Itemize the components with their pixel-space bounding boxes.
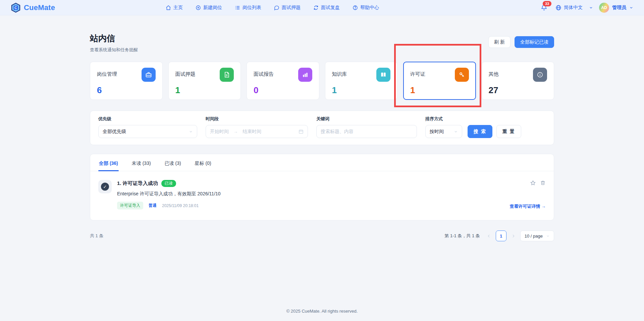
view-license-detail-link[interactable]: 查看许可证详情 → (509, 203, 546, 209)
main-nav: 主页 新建岗位 岗位列表 面试押题 面试复盘 帮助中心 (166, 5, 379, 11)
range-arrow-icon: → (233, 129, 238, 134)
tab-starred[interactable]: 星标 (0) (194, 154, 212, 171)
refresh-icon (313, 5, 319, 10)
stat-card-positions[interactable]: 岗位管理 6 (90, 62, 163, 100)
user-menu[interactable]: AD 管理员 (599, 3, 633, 13)
sort-label: 排序方式 (425, 116, 521, 122)
chevron-down-icon (189, 130, 193, 134)
page-number-button[interactable]: 1 (496, 231, 506, 241)
nav-item-interview-questions[interactable]: 面试押题 (274, 5, 301, 11)
tab-read[interactable]: 已读 (3) (164, 154, 182, 171)
chevron-down-icon (629, 6, 633, 10)
user-role-label: 管理员 (612, 5, 626, 11)
stat-count: 27 (489, 85, 547, 95)
priority-select[interactable]: 全部优先级 (98, 125, 197, 138)
avatar: AD (599, 3, 609, 13)
period-label: 时间段 (206, 116, 308, 122)
nav-item-new-position[interactable]: 新建岗位 (196, 5, 222, 11)
svg-text:C: C (14, 6, 17, 10)
bar-chart-icon (298, 68, 312, 82)
notification-count-badge: 33 (543, 1, 551, 6)
plus-circle-icon (196, 5, 201, 10)
message-list-card: 全部 (36) 未读 (33) 已读 (3) 星标 (0) ✓ 1. 许可证导入… (90, 154, 554, 220)
message-priority: 普通 (149, 203, 157, 208)
stat-count: 1 (175, 85, 234, 95)
question-circle-icon (353, 5, 358, 10)
calendar-icon (299, 129, 304, 134)
message-title: 1. 许可证导入成功 (117, 180, 158, 187)
page-size-select[interactable]: 10 / page (520, 231, 554, 241)
priority-label: 优先级 (98, 116, 197, 122)
copyright-text: © 2025 CueMate. All rights reserved. (286, 309, 358, 314)
page-subtitle: 查看系统通知和任务提醒 (90, 47, 138, 53)
book-icon (376, 68, 390, 82)
nav-item-home[interactable]: 主页 (166, 5, 183, 11)
tab-all[interactable]: 全部 (36) (98, 154, 119, 171)
chat-icon (274, 5, 279, 10)
main-content: 站内信 查看系统通知和任务提醒 刷 新 全部标记已读 岗位管理 6 面试押题 (90, 15, 554, 241)
nav-item-position-list[interactable]: 岗位列表 (235, 5, 261, 11)
end-date-input[interactable]: 结束时间 (243, 129, 261, 135)
reset-button[interactable]: 重 置 (496, 125, 521, 138)
pagination-row: 共 1 条 第 1-1 条，共 1 条 1 10 / page (90, 231, 554, 241)
message-tag: 许可证导入 (117, 202, 143, 209)
next-page-button[interactable] (511, 234, 516, 238)
stat-card-interview-questions[interactable]: 面试押题 1 (168, 62, 241, 100)
nav-item-help-center[interactable]: 帮助中心 (353, 5, 379, 11)
star-icon[interactable] (530, 180, 536, 186)
stat-count: 6 (97, 85, 156, 95)
keyword-input[interactable]: 搜索标题、内容 (316, 125, 417, 138)
chevron-down-icon (546, 234, 550, 238)
brand-logo[interactable]: C CueMate (11, 3, 55, 13)
sort-select[interactable]: 按时间 (425, 125, 462, 138)
briefcase-icon (142, 68, 156, 82)
trash-icon[interactable] (540, 180, 546, 186)
pagination-range-label: 第 1-1 条，共 1 条 (444, 233, 480, 239)
language-label: 简体中文 (564, 5, 583, 11)
cuemate-logo-icon: C (11, 3, 21, 13)
stat-cards-row: 岗位管理 6 面试押题 1 面试报告 0 (90, 62, 554, 100)
message-timestamp: 2025/11/09 20:18:01 (162, 203, 199, 208)
key-icon (455, 68, 469, 82)
total-count-label: 共 1 条 (90, 233, 103, 239)
stat-card-knowledge-base[interactable]: 知识库 1 (325, 62, 398, 100)
page-footer: © 2025 CueMate. All rights reserved. (0, 303, 644, 321)
chevron-down-icon (454, 130, 458, 134)
stat-card-interview-reports[interactable]: 面试报告 0 (247, 62, 319, 100)
date-range-picker[interactable]: 开始时间 → 结束时间 (206, 125, 308, 138)
refresh-button[interactable]: 刷 新 (488, 36, 511, 48)
prev-page-button[interactable] (486, 234, 492, 238)
stat-count: 0 (254, 85, 312, 95)
top-navbar: C CueMate 主页 新建岗位 岗位列表 面试押题 面试复盘 帮助中心 (0, 0, 644, 15)
filter-bar: 优先级 全部优先级 时间段 开始时间 → 结束时间 关键词 搜索标题、内容 排序… (90, 111, 554, 145)
nav-item-interview-review[interactable]: 面试复盘 (313, 5, 340, 11)
search-button[interactable]: 搜 索 (468, 125, 492, 138)
start-date-input[interactable]: 开始时间 (210, 129, 229, 135)
mark-all-read-button[interactable]: 全部标记已读 (515, 36, 554, 48)
language-selector[interactable]: 简体中文 (555, 5, 593, 11)
message-item[interactable]: ✓ 1. 许可证导入成功 已读 Enterprise 许可证导入成功，有效期至 … (90, 171, 554, 217)
stat-card-other[interactable]: 其他 27 (482, 62, 554, 100)
stat-count: 1 (410, 85, 469, 95)
document-icon (220, 68, 234, 82)
read-status-icon: ✓ (98, 180, 112, 193)
read-badge: 已读 (161, 180, 176, 187)
check-icon: ✓ (101, 183, 109, 191)
navbar-right: 33 简体中文 AD 管理员 (539, 3, 633, 13)
notification-bell-button[interactable]: 33 (539, 3, 549, 12)
tab-unread[interactable]: 未读 (33) (131, 154, 152, 171)
chevron-down-icon (589, 6, 593, 10)
page-title: 站内信 (90, 33, 138, 44)
keyword-label: 关键词 (316, 116, 417, 122)
info-icon (533, 68, 547, 82)
page-header: 站内信 查看系统通知和任务提醒 刷 新 全部标记已读 (90, 33, 554, 53)
stat-count: 1 (332, 85, 391, 95)
stat-card-license[interactable]: 许可证 1 (403, 62, 476, 100)
list-icon (235, 5, 240, 10)
message-tabs: 全部 (36) 未读 (33) 已读 (3) 星标 (0) (90, 154, 554, 171)
home-icon (166, 5, 171, 10)
brand-name: CueMate (24, 3, 55, 12)
globe-icon (555, 5, 561, 11)
message-description: Enterprise 许可证导入成功，有效期至 2026/11/10 (117, 191, 509, 197)
